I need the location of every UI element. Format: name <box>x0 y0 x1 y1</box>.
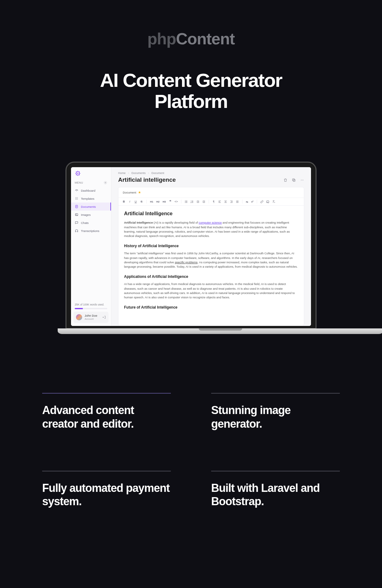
gauge-icon <box>75 189 78 192</box>
editor-content[interactable]: Artificial Intelligence Artificial Intel… <box>118 206 304 317</box>
intro-link[interactable]: computer science <box>199 221 222 224</box>
svg-point-22 <box>303 180 304 180</box>
image-insert-button[interactable] <box>266 200 269 203</box>
document-paper: Document ★ B I U S H1 H2 <box>118 187 304 326</box>
sidebar-item-label: Templates <box>81 197 94 200</box>
trash-icon[interactable] <box>283 178 287 182</box>
subscript-button[interactable]: x₂ <box>246 200 248 203</box>
clear-format-button[interactable] <box>272 200 275 203</box>
sidebar-nav: Dashboard Templates Documents Images <box>71 186 111 235</box>
align-center-button[interactable] <box>224 200 227 203</box>
indent-button[interactable] <box>196 200 200 203</box>
feature-rule <box>42 471 171 471</box>
svg-rect-19 <box>292 179 295 181</box>
svg-point-12 <box>77 199 78 200</box>
feature-3: Fully automated payment system. <box>42 471 171 508</box>
features-grid: Advanced content creator and editor. Stu… <box>42 393 340 508</box>
sidebar-item-documents[interactable]: Documents <box>71 203 111 211</box>
svg-point-1 <box>77 173 78 174</box>
svg-rect-17 <box>77 231 78 232</box>
align-right-button[interactable] <box>230 200 233 203</box>
toolbar-separator <box>209 200 209 203</box>
strike-button[interactable]: S <box>140 200 143 203</box>
h2-button[interactable]: H2 <box>156 200 160 203</box>
sidebar-item-images[interactable]: Images <box>71 211 111 219</box>
crumb-home[interactable]: Home <box>118 172 126 175</box>
user-subtitle: Account <box>85 318 97 320</box>
chat-icon <box>75 221 78 225</box>
logout-icon[interactable] <box>102 315 106 319</box>
link-button[interactable] <box>260 200 264 203</box>
feature-rule <box>211 471 340 471</box>
h1-button[interactable]: H1 <box>150 200 153 203</box>
logo-row <box>71 167 111 178</box>
h3-button[interactable]: H3 <box>162 200 166 203</box>
brand-suffix: Content <box>176 30 234 48</box>
align-left-button[interactable] <box>218 200 221 203</box>
toolbar-separator <box>181 200 181 203</box>
copy-icon[interactable] <box>292 178 296 182</box>
svg-point-23 <box>185 201 185 201</box>
headphones-icon <box>75 229 78 233</box>
laptop-body: MENU Dashboard Templates <box>65 162 317 329</box>
grid-icon <box>75 197 78 200</box>
hero-headline: AI Content Generator Platform <box>0 70 382 112</box>
svg-point-15 <box>76 214 77 215</box>
bold-button[interactable]: B <box>122 200 126 203</box>
sidebar-menu-label: MENU <box>75 181 83 184</box>
superscript-button[interactable]: x² <box>251 200 254 203</box>
svg-rect-18 <box>293 179 295 181</box>
sidebar-item-label: Transcriptions <box>81 229 99 233</box>
crumb-documents[interactable]: Documents <box>131 172 146 175</box>
user-account-row[interactable]: John Doe Account <box>73 312 109 323</box>
app-logo-icon[interactable] <box>75 170 81 176</box>
content-h2-history: History of Artificial Intelligence <box>124 243 298 249</box>
paper-header: Document ★ <box>118 187 304 198</box>
usage-block: 25K of 100K words used. <box>71 300 111 312</box>
toolbar-separator <box>242 200 242 203</box>
list-ul-button[interactable] <box>184 200 188 203</box>
usage-bar <box>75 308 107 309</box>
app-screen: MENU Dashboard Templates <box>71 167 311 326</box>
svg-point-10 <box>75 199 76 200</box>
more-icon[interactable] <box>300 178 304 182</box>
chevron-right-icon: › <box>148 172 149 175</box>
content-h2-future: Future of Artificial Intelligence <box>124 305 298 310</box>
paragraph-button[interactable]: ¶ <box>212 200 215 203</box>
svg-point-24 <box>185 202 185 202</box>
content-intro: Artificial Intelligence (AI) is a rapidl… <box>124 220 298 238</box>
svg-point-11 <box>76 199 77 200</box>
content-h2-applications: Applications of Artificial Intelligence <box>124 274 298 279</box>
content-history: The term "artificial intelligence" was f… <box>124 251 298 269</box>
breadcrumb: Home › Documents › Document <box>111 167 311 176</box>
laptop-mockup: MENU Dashboard Templates <box>58 162 324 334</box>
sidebar-item-label: Documents <box>81 205 96 208</box>
sidebar-item-templates[interactable]: Templates <box>71 194 111 203</box>
brand-wordmark: phpContent <box>0 0 382 48</box>
usage-text: 25K of 100K words used. <box>75 303 107 306</box>
svg-point-7 <box>75 198 76 199</box>
list-ol-button[interactable] <box>190 200 194 203</box>
italic-button[interactable]: I <box>128 200 131 203</box>
align-justify-button[interactable] <box>236 200 239 203</box>
paper-type-label: Document <box>123 191 136 194</box>
svg-point-8 <box>76 198 77 199</box>
sidebar-item-transcriptions[interactable]: Transcriptions <box>71 227 111 235</box>
quote-button[interactable]: ❝ <box>169 200 172 203</box>
feature-text: Built with Laravel and Bootstrap. <box>211 481 340 508</box>
outdent-button[interactable] <box>202 200 206 203</box>
code-button[interactable]: <> <box>175 200 178 203</box>
svg-point-9 <box>77 198 78 199</box>
content-h1: Artificial Intelligence <box>124 210 298 217</box>
headline-line-1: AI Content Generator <box>0 70 382 91</box>
sidebar-item-dashboard[interactable]: Dashboard <box>71 186 111 194</box>
sidebar-item-label: Images <box>81 213 91 216</box>
svg-point-25 <box>185 203 185 203</box>
intro-bold: Artificial Intelligence <box>124 221 153 224</box>
gear-icon[interactable] <box>104 181 107 185</box>
underline-button[interactable]: U <box>134 200 137 203</box>
feature-4: Built with Laravel and Bootstrap. <box>211 471 340 508</box>
svg-point-6 <box>77 198 78 198</box>
sidebar-item-chats[interactable]: Chats <box>71 219 111 227</box>
star-icon[interactable]: ★ <box>138 190 141 194</box>
